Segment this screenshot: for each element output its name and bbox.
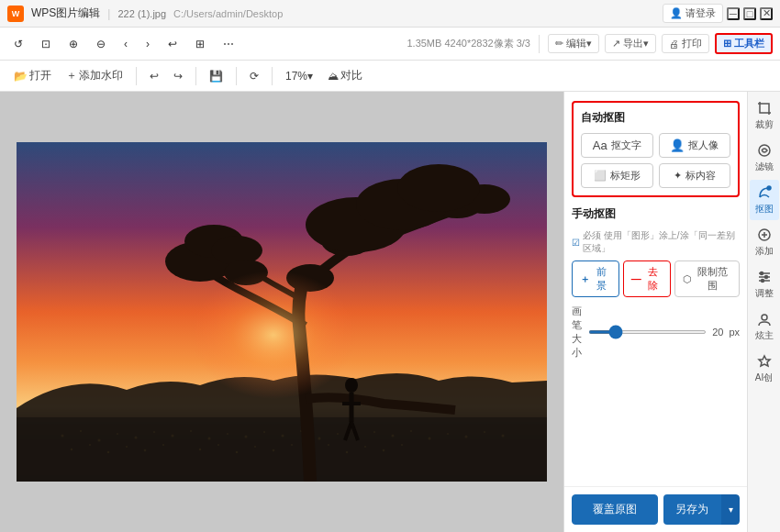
redo2-button[interactable]: ↪ — [169, 68, 187, 84]
close-button[interactable]: ✕ — [760, 7, 773, 20]
manual-section: 手动抠图 ☑ 必须 使用「图形」涂上/涂「同一差别区域」 ＋ 前景 — 去除 — [572, 206, 740, 360]
matting-custom-button[interactable]: ✦ 标内容 — [659, 163, 731, 188]
export-button[interactable]: ↗ 导出▾ — [605, 34, 656, 53]
watermark-button[interactable]: ＋ 添加水印 — [61, 66, 128, 85]
crop-icon-btn[interactable]: 裁剪 — [750, 95, 779, 136]
more-button[interactable]: ⋯ — [217, 35, 240, 53]
image-info: 1.35MB 4240*2832像素 3/3 — [407, 37, 530, 50]
export-label: 导出▾ — [623, 37, 649, 50]
custom-icon: ✦ — [674, 170, 682, 182]
zoom-in-button[interactable]: ⊕ — [62, 35, 84, 53]
brush-size-label: 画笔大小 — [572, 305, 583, 360]
add-label: 添加 — [755, 245, 774, 258]
reset-icon: ⬡ — [683, 273, 692, 285]
cover-button[interactable]: 覆盖原图 — [572, 494, 658, 525]
copy-button[interactable]: ⊞ — [189, 35, 211, 53]
save-as-button[interactable]: 另存为 — [663, 494, 722, 525]
export-icon: ↗ — [612, 38, 620, 50]
reset-button[interactable]: ⬡ 限制范围 — [674, 260, 740, 297]
host-icon — [756, 311, 773, 327]
brush-size-row: 画笔大小 20 px — [572, 305, 740, 360]
panel-bottom: 覆盖原图 另存为 ▾ — [564, 486, 747, 532]
matting-person-button[interactable]: 👤 抠人像 — [659, 133, 731, 158]
matting-text-button[interactable]: Aa 抠文字 — [581, 133, 653, 158]
edit-icon: ✏ — [555, 38, 563, 50]
prev-button[interactable]: ‹ — [117, 35, 134, 53]
ai-icon-btn[interactable]: AI创 — [750, 349, 779, 389]
breadcrumb-sep: | — [107, 7, 110, 20]
host-icon-btn[interactable]: 炫主 — [750, 306, 779, 347]
adjust-icon-btn[interactable]: 调整 — [750, 264, 779, 305]
tools-button[interactable]: ⊞ 工具栏 — [715, 33, 773, 54]
undo-button[interactable]: ↩ — [162, 35, 184, 53]
top-toolbar: ↺ ⊡ ⊕ ⊖ ‹ › ↩ ⊞ ⋯ 1.35MB 4240*2832像素 3/3… — [0, 28, 780, 61]
ai-icon — [756, 353, 773, 370]
tools-label: 工具栏 — [734, 37, 764, 50]
rotate3-button[interactable]: ⟳ — [245, 68, 263, 84]
matting-text-label: 抠文字 — [611, 139, 641, 152]
svg-point-58 — [397, 164, 480, 212]
add-icon-btn[interactable]: 添加 — [750, 222, 779, 262]
open-button[interactable]: 📂 打开 — [9, 66, 56, 85]
file-path: C:/Users/admin/Desktop — [173, 8, 283, 19]
second-toolbar: 📂 打开 ＋ 添加水印 ↩ ↪ 💾 ⟳ 17%▾ ⛰ 对比 — [0, 61, 780, 92]
app-logo: W — [7, 6, 24, 22]
maximize-button[interactable]: □ — [743, 7, 756, 20]
remove-region-button[interactable]: — 去除 — [623, 260, 671, 297]
toolbar-sep3 — [195, 67, 196, 85]
brush-slider[interactable] — [588, 330, 707, 334]
manual-hint: ☑ 必须 使用「图形」涂上/涂「同一差别区域」 — [572, 229, 740, 255]
host-label: 炫主 — [755, 329, 774, 342]
filter-icon — [756, 142, 773, 159]
matting-label: 抠图 — [755, 203, 774, 216]
panel-content: 自动抠图 Aa 抠文字 👤 抠人像 ⬜ 标矩形 — [564, 92, 747, 486]
adjust-icon — [756, 269, 773, 285]
plus-icon: ＋ — [580, 272, 590, 286]
matting-custom-label: 标内容 — [685, 169, 716, 183]
filter-icon-btn[interactable]: 滤镜 — [750, 138, 779, 178]
crop-button[interactable]: ⊡ — [35, 35, 57, 53]
print-button[interactable]: 🖨 打印 — [662, 34, 709, 53]
crop-label: 裁剪 — [755, 118, 774, 131]
remove-region-label: 去除 — [644, 265, 663, 293]
matting-rect-button[interactable]: ⬜ 标矩形 — [581, 163, 653, 188]
next-button[interactable]: › — [139, 35, 156, 53]
zoom-pct-label: 17%▾ — [285, 70, 313, 83]
title-bar-left: W WPS图片编辑 | 222 (1).jpg C:/Users/admin/D… — [7, 6, 283, 22]
watermark-icon: ＋ — [66, 68, 77, 83]
matting-rect-label: 标矩形 — [610, 169, 641, 183]
manual-section-title: 手动抠图 — [572, 206, 740, 222]
svg-point-60 — [191, 271, 356, 399]
matting-icon-btn[interactable]: 抠图 — [750, 180, 779, 220]
edit-button[interactable]: ✏ 编辑▾ — [548, 34, 599, 53]
add-region-button[interactable]: ＋ 前景 — [572, 260, 619, 297]
save-as-arrow[interactable]: ▾ — [721, 494, 740, 525]
file-name: 222 (1).jpg — [117, 8, 166, 19]
minus-icon: — — [631, 273, 641, 284]
minimize-button[interactable]: ─ — [727, 7, 740, 20]
edit-label: 编辑▾ — [566, 37, 592, 50]
canvas-area[interactable] — [0, 92, 563, 532]
filter-label: 滤镜 — [755, 161, 774, 173]
manual-buttons: ＋ 前景 — 去除 ⬡ 限制范围 — [572, 260, 740, 297]
matting-person-label: 抠人像 — [688, 139, 719, 152]
undo2-button[interactable]: ↩ — [145, 68, 163, 84]
app-name: WPS图片编辑 — [31, 6, 100, 21]
zoom-out-button[interactable]: ⊖ — [90, 35, 112, 53]
save-as-container: 另存为 ▾ — [663, 494, 741, 525]
right-icon-bar: 裁剪 滤镜 抠图 添加 — [747, 92, 780, 532]
photo-background — [17, 142, 547, 482]
zoom-pct-button[interactable]: 17%▾ — [281, 68, 318, 84]
tools-icon: ⊞ — [723, 38, 731, 50]
user-icon: 👤 — [670, 7, 683, 19]
svg-point-66 — [761, 280, 763, 283]
login-button[interactable]: 👤 请登录 — [663, 4, 723, 23]
ai-label: AI创 — [755, 371, 773, 384]
compare-button[interactable]: ⛰ 对比 — [323, 66, 367, 85]
photo-container — [17, 142, 547, 482]
svg-point-67 — [762, 315, 767, 320]
save-button[interactable]: 💾 — [205, 68, 228, 84]
right-panel: 自动抠图 Aa 抠文字 👤 抠人像 ⬜ 标矩形 — [563, 92, 747, 532]
rotate-button[interactable]: ↺ — [7, 35, 29, 53]
title-bar: W WPS图片编辑 | 222 (1).jpg C:/Users/admin/D… — [0, 0, 780, 28]
